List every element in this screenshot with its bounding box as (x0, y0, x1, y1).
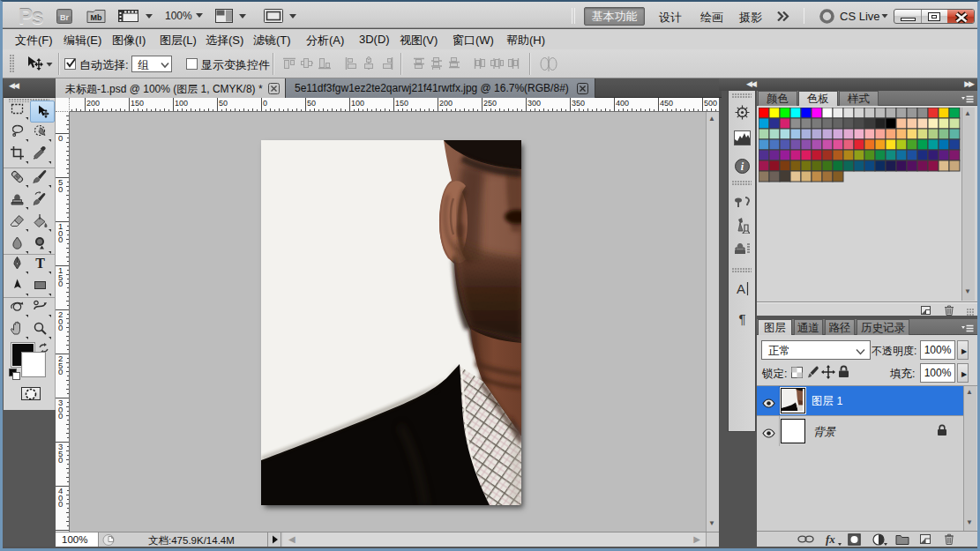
svg-text:fx: fx (826, 533, 835, 546)
svg-text:T: T (35, 256, 45, 271)
svg-text:¶: ¶ (738, 311, 745, 326)
svg-text:Br: Br (60, 13, 69, 22)
svg-text:A: A (737, 281, 745, 296)
svg-text:Mb: Mb (91, 13, 102, 22)
